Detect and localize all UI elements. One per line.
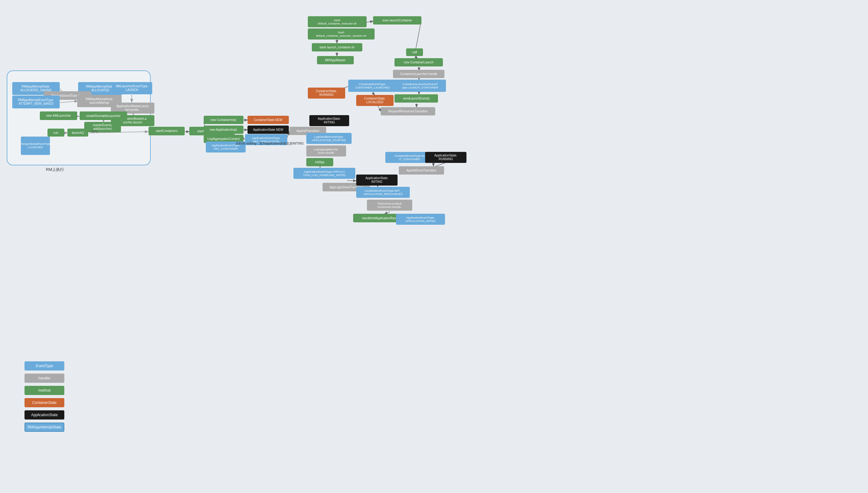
node-am-launcher-event: AMLauncherEventType.LAUNCH [112, 82, 152, 94]
legend-box-method: method [24, 386, 64, 395]
node-container-state-running: ContainerState.RUNNING [308, 88, 345, 99]
node-container-state-localized: ContainerState.LOCALIZED [356, 95, 394, 106]
node-new-container-launch: new ContainerLaunch [395, 58, 443, 66]
svg-line-27 [366, 21, 374, 22]
node-bash-launch-container: bash launch_container.sh [312, 43, 362, 51]
rm-label: RM上执行 [46, 167, 64, 172]
node-log-handler-app-started: LogHandlerEventType.APPLICATION_STARTED [306, 133, 352, 144]
node-request-resources-transition: RequestResourcesTransition [381, 107, 435, 115]
legend-item-applicationstate: ApplicationState [24, 410, 64, 420]
legend: EventType handler method ContainerState … [24, 361, 64, 435]
node-mr-app-master: MRAppMaster [317, 56, 354, 64]
rpc-label: RPC [91, 130, 98, 133]
node-app-event-log-handling: ApplicationEventType.APPLICATION_LOG_HAN… [293, 168, 355, 179]
legend-item-handler: handler [24, 373, 64, 383]
node-start-containers: startContainers [149, 127, 185, 135]
node-localization-init-app: LocalizationEventType.INIT_APPLICATION_R… [356, 187, 410, 198]
node-exec-launch-container: exec.launchContainer [373, 16, 421, 24]
node-app-event-application-inited: ApplicationEventType.APPLICATION_INITED [396, 214, 445, 225]
do-nothing-note: 此时do nothing，因为application的状态是INITING [236, 142, 303, 146]
legend-box-applicationstate: ApplicationState [24, 410, 64, 420]
legend-box-containerstate: ContainerState [24, 398, 64, 407]
node-app-init-done-transition: AppInitDoneTransition [399, 166, 444, 174]
node-call: call [406, 48, 423, 56]
node-app-state-initing2: ApplicationState.INITING [356, 174, 398, 186]
node-container-event-launched: ContainerEventType.CONTAINER_LAUNCHED [348, 80, 397, 92]
legend-item-containerstate: ContainerState [24, 398, 64, 407]
node-new-container-impl: new ContainerImpl. [204, 116, 244, 124]
legend-item-eventtype: EventType [24, 361, 64, 370]
node-attempt-event: RMAppAttemptEventType.ATTEMPT_NEW_SAVED [12, 95, 60, 108]
node-send-launch-event: sendLaunchEvent() [395, 94, 438, 103]
node-master-events-add: masterEvents.add(launcher) [84, 122, 121, 132]
node-rm-app-attempt-launched: RMAppAttemptEventType.LAUNCHED [21, 136, 50, 155]
node-application-state-new: ApplicationState.NEW [248, 126, 289, 134]
node-new-am-launcher: new AMLauncher [40, 111, 77, 120]
node-containers-launcher-handle: ContainersLauncher.handle [393, 70, 444, 78]
node-launch: launch() [67, 129, 88, 136]
legend-box-eventtype: EventType [24, 361, 64, 370]
node-app-state-running: ApplicationState.RUNNING [425, 152, 466, 163]
legend-box-rmappstate: RMAppAttemptState [24, 423, 64, 432]
node-containers-launcher-event: ContainersLauncherEventType.LAUNCH_CONTA… [395, 80, 446, 92]
legend-box-handler: handler [24, 373, 64, 383]
node-container-state-new: ContainerState.NEW [248, 116, 289, 124]
node-resource-local-handle: ResourceLocalisationService.handle. [367, 200, 412, 211]
diagram-container: RM上执行 RMAppAttemptState.ALLOCATED_SAVING… [0, 0, 868, 493]
node-init-app: initApp [306, 158, 333, 166]
node-run: run [47, 129, 64, 136]
node-log-aggregation-close: LogAggregationSe.close.handle. [306, 146, 346, 156]
legend-item-method: method [24, 386, 64, 395]
node-new-application-impl: new ApplicationImpl. [204, 126, 244, 134]
node-create-runnable: createRunnableLauncher [80, 111, 127, 120]
legend-item-rmappstate: RMAppAttemptState [24, 423, 64, 432]
node-bash-default-executor: bashdefault_container_executor.sh [308, 16, 367, 27]
node-app-state-initing1: ApplicationState.INITING [309, 115, 349, 126]
node-bash-executor-session: bashdefault_container_executor_session.s… [308, 28, 375, 40]
